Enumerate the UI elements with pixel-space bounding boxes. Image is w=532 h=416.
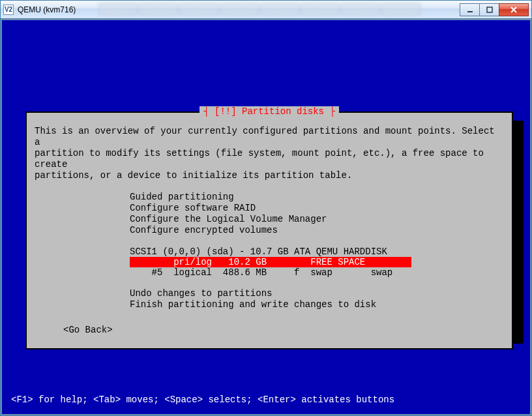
application-window: V2 QEMU (kvm716) ┤ [!!] Partition disks [0, 0, 532, 416]
disk-header[interactable]: SCSI1 (0,0,0) (sda) - 10.7 GB ATA QEMU H… [35, 246, 504, 257]
partition-5-swap[interactable]: #5 logical 488.6 MB f swap swap [130, 267, 504, 278]
svg-rect-0 [467, 11, 473, 12]
titlebar[interactable]: V2 QEMU (kvm716) [1, 1, 531, 19]
minimize-button[interactable] [460, 3, 479, 16]
minimize-icon [467, 7, 473, 13]
dialog-title-wrap: ┤ [!!] Partition disks ├ [27, 106, 512, 117]
go-back-button[interactable]: <Go Back> [35, 325, 504, 335]
client-area: ┤ [!!] Partition disks ├ This is an over… [1, 19, 531, 415]
window-title: QEMU (kvm716) [18, 5, 76, 14]
menu-undo-changes[interactable]: Undo changes to partitions [35, 288, 504, 299]
svg-rect-1 [487, 7, 492, 12]
background-windows-ghost [98, 3, 421, 17]
installer-screen: ┤ [!!] Partition disks ├ This is an over… [8, 27, 524, 408]
dialog-title: ┤ [!!] Partition disks ├ [203, 106, 335, 117]
maximize-button[interactable] [479, 3, 499, 16]
menu-list: Guided partitioning Configure software R… [35, 192, 504, 236]
partition-free-space[interactable]: pri/log 10.2 GB FREE SPACE [130, 257, 411, 267]
menu-configure-raid[interactable]: Configure software RAID [35, 203, 504, 214]
maximize-icon [486, 7, 493, 13]
menu-guided-partitioning[interactable]: Guided partitioning [35, 192, 504, 203]
window-controls [460, 3, 529, 16]
menu-finish-partitioning[interactable]: Finish partitioning and write changes to… [35, 299, 504, 310]
partition-dialog: ┤ [!!] Partition disks ├ This is an over… [25, 111, 513, 349]
menu-configure-encrypted[interactable]: Configure encrypted volumes [35, 225, 504, 236]
dialog-intro-text: This is an overview of your currently co… [35, 126, 504, 181]
app-icon: V2 [3, 5, 14, 15]
close-button[interactable] [499, 3, 529, 16]
menu-configure-lvm[interactable]: Configure the Logical Volume Manager [35, 214, 504, 225]
close-icon [510, 7, 518, 13]
help-line: <F1> for help; <Tab> moves; <Space> sele… [11, 394, 394, 405]
